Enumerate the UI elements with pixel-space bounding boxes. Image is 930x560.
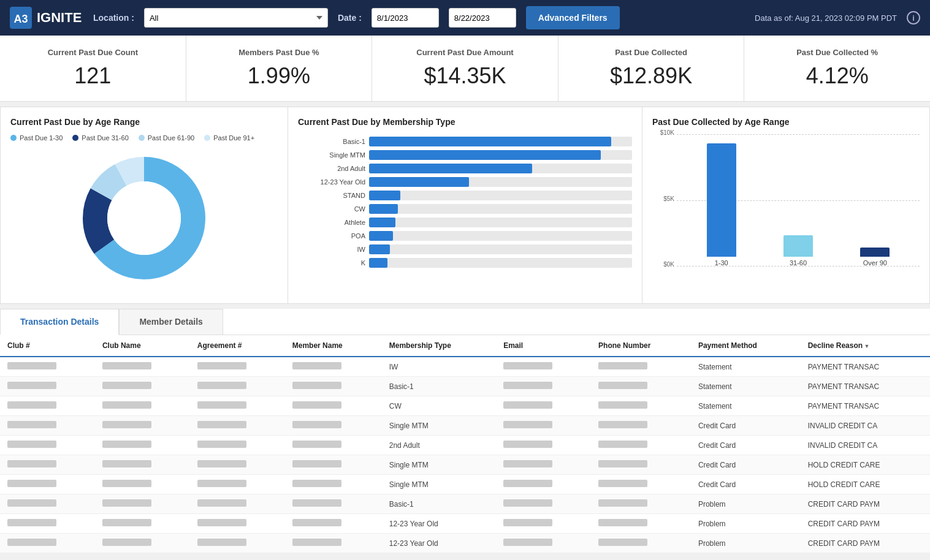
vbar-y-label-10k: $10K [651, 129, 674, 136]
data-as-of-label: Data as of: Aug 21, 2023 02:09 PM PDT [755, 13, 897, 23]
legend-label-3: Past Due 91+ [213, 134, 254, 142]
metrics-row: Current Past Due Count 121 Members Past … [0, 36, 930, 102]
table-row: 12-23 Year OldProblemCREDIT CARD PAYM [0, 534, 930, 553]
metric-card-1: Members Past Due % 1.99% [186, 36, 373, 101]
tab-transaction-details[interactable]: Transaction Details [0, 309, 119, 335]
cell-phone [591, 514, 691, 534]
cell-decline: HOLD CREDIT CARE [801, 475, 930, 494]
hbar-track-5 [369, 204, 632, 214]
cell-decline: CREDIT CARD PAYM [801, 534, 930, 553]
cell-phone [591, 357, 691, 377]
cell-member [285, 455, 382, 475]
cell-member [285, 534, 382, 553]
data-table: Club # Club Name Agreement # Member Name… [0, 335, 930, 553]
hbar-chart-panel: Current Past Due by Membership Type Basi… [288, 107, 642, 303]
hbar-track-4 [369, 191, 632, 200]
donut-chart-title: Current Past Due by Age Range [10, 117, 278, 127]
table-row: Basic-1StatementPAYMENT TRANSAC [0, 377, 930, 396]
date-end-input[interactable] [449, 8, 516, 28]
location-select[interactable]: All [144, 8, 328, 28]
cell-club_name [95, 416, 190, 436]
table-row: IWStatementPAYMENT TRANSAC [0, 357, 930, 377]
hbar-row-6: Athlete [298, 218, 632, 227]
cell-club_num [0, 396, 95, 416]
cell-email [496, 377, 591, 396]
hbar-row-3: 12-23 Year Old [298, 177, 632, 187]
tab-member-details[interactable]: Member Details [119, 309, 223, 335]
cell-payment: Statement [691, 396, 801, 416]
table-container: Club # Club Name Agreement # Member Name… [0, 335, 930, 553]
cell-membership_type: Single MTM [382, 455, 496, 475]
cell-club_num [0, 475, 95, 494]
info-icon[interactable]: i [907, 11, 920, 25]
hbar-track-8 [369, 244, 632, 254]
cell-phone [591, 494, 691, 514]
donut-chart [10, 148, 278, 289]
vbar-bar-1 [783, 235, 813, 257]
legend-item-0: Past Due 1-30 [10, 134, 63, 142]
vbar-group-0: 1-30 [689, 143, 753, 267]
cell-membership_type: Single MTM [382, 416, 496, 436]
col-club-name: Club Name [95, 335, 190, 357]
cell-phone [591, 416, 691, 436]
cell-decline: INVALID CREDIT CA [801, 416, 930, 436]
metric-value-2: $14.35K [387, 63, 543, 89]
cell-club_num [0, 357, 95, 377]
cell-club_num [0, 436, 95, 455]
col-phone: Phone Number [591, 335, 691, 357]
tabs-row: Transaction Details Member Details [0, 309, 930, 335]
cell-member [285, 396, 382, 416]
location-label: Location : [93, 13, 134, 23]
cell-agreement [190, 396, 285, 416]
hbar-fill-7 [369, 231, 393, 241]
cell-phone [591, 396, 691, 416]
hbar-track-7 [369, 231, 632, 241]
advanced-filters-button[interactable]: Advanced Filters [526, 6, 620, 29]
hbar-chart: Basic-1 Single MTM 2nd Adult 12-23 Year … [298, 134, 632, 274]
col-decline-reason[interactable]: Decline Reason [801, 335, 930, 357]
cell-membership_type: Single MTM [382, 475, 496, 494]
cell-club_name [95, 534, 190, 553]
date-start-input[interactable] [372, 8, 439, 28]
metric-label-3: Past Due Collected [573, 48, 730, 57]
cell-club_num [0, 514, 95, 534]
cell-club_name [95, 494, 190, 514]
cell-membership_type: 2nd Adult [382, 436, 496, 455]
vbar-chart-title: Past Due Collected by Age Range [652, 117, 920, 127]
vbar-bar-0 [707, 143, 736, 257]
cell-club_num [0, 416, 95, 436]
legend-label-2: Past Due 61-90 [148, 134, 194, 142]
cell-phone [591, 455, 691, 475]
cell-decline: CREDIT CARD PAYM [801, 494, 930, 514]
cell-agreement [190, 475, 285, 494]
hbar-label-9: K [298, 259, 365, 267]
hbar-fill-6 [369, 218, 395, 227]
hbar-row-5: CW [298, 204, 632, 214]
legend-item-1: Past Due 31-60 [72, 134, 128, 142]
hbar-row-8: IW [298, 244, 632, 254]
cell-club_name [95, 475, 190, 494]
metric-value-3: $12.89K [573, 63, 730, 89]
cell-club_num [0, 377, 95, 396]
cell-club_name [95, 357, 190, 377]
legend-dot-1 [72, 135, 78, 141]
table-row: CWStatementPAYMENT TRANSAC [0, 396, 930, 416]
hbar-fill-3 [369, 177, 469, 187]
legend-dot-0 [10, 135, 17, 141]
donut-chart-panel: Current Past Due by Age Range Past Due 1… [1, 107, 288, 303]
donut-legend: Past Due 1-30 Past Due 31-60 Past Due 61… [10, 134, 278, 142]
cell-decline: INVALID CREDIT CA [801, 436, 930, 455]
cell-agreement [190, 455, 285, 475]
cell-member [285, 514, 382, 534]
cell-payment: Statement [691, 357, 801, 377]
cell-phone [591, 436, 691, 455]
table-header-row: Club # Club Name Agreement # Member Name… [0, 335, 930, 357]
hbar-track-1 [369, 150, 632, 160]
metric-label-0: Current Past Due Count [15, 48, 171, 57]
cell-club_name [95, 514, 190, 534]
vbar-x-label-0: 1-30 [715, 259, 728, 267]
col-email: Email [496, 335, 591, 357]
metric-value-0: 121 [15, 63, 171, 89]
cell-email [496, 396, 591, 416]
legend-label-0: Past Due 1-30 [20, 134, 63, 142]
